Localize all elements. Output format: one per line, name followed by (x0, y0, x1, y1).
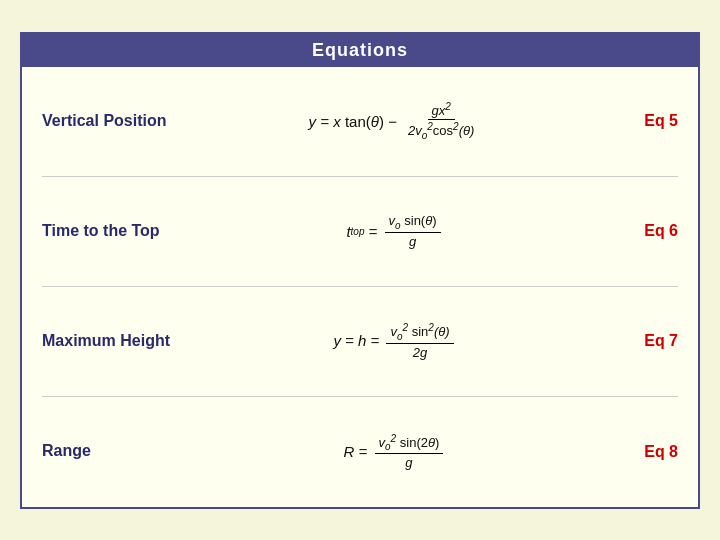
eq5-number: Eq 5 (618, 112, 678, 130)
eq6-formula: ttop = vo sin(θ) g (172, 212, 618, 250)
eq6-label: Time to the Top (42, 220, 172, 242)
eq7-formula: y = h = vo2 sin2(θ) 2g (172, 321, 618, 361)
panel-title: Equations (22, 34, 698, 67)
eq5-label: Vertical Position (42, 110, 172, 132)
eq7-label: Maximum Height (42, 330, 172, 352)
panel-body: Vertical Position y = x tan(θ) − gx2 2vo… (22, 67, 698, 507)
eq5-formula: y = x tan(θ) − gx2 2vo2cos2(θ) (172, 100, 618, 142)
equation-row-7: Maximum Height y = h = vo2 sin2(θ) 2g Eq… (42, 287, 678, 397)
eq8-label: Range (42, 440, 172, 462)
eq8-formula: R = vo2 sin(2θ) g (172, 432, 618, 472)
equation-row-8: Range R = vo2 sin(2θ) g Eq 8 (42, 397, 678, 507)
eq8-number: Eq 8 (618, 443, 678, 461)
equations-panel: Equations Vertical Position y = x tan(θ)… (20, 32, 700, 509)
equation-row-5: Vertical Position y = x tan(θ) − gx2 2vo… (42, 67, 678, 177)
eq6-number: Eq 6 (618, 222, 678, 240)
equation-row-6: Time to the Top ttop = vo sin(θ) g Eq 6 (42, 177, 678, 287)
eq7-number: Eq 7 (618, 332, 678, 350)
